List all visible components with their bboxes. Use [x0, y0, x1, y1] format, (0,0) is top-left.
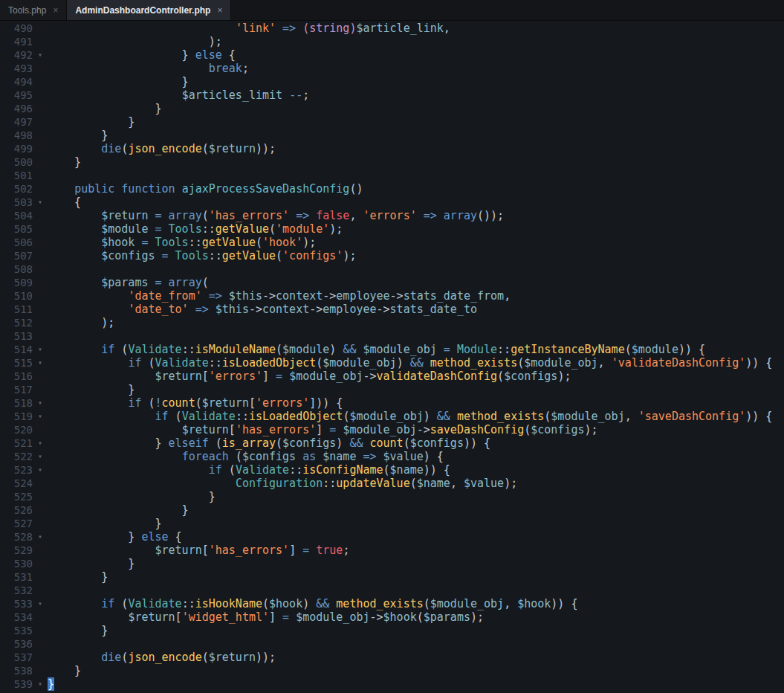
token-plain: ( — [524, 423, 531, 436]
code-line[interactable]: ); — [48, 35, 784, 48]
code-line[interactable]: 'date_to' => $this->context->employee->s… — [48, 303, 784, 316]
line-number: 505 — [0, 222, 33, 236]
code-line[interactable]: ); — [48, 316, 784, 329]
code-line[interactable]: } — [48, 570, 784, 584]
code-line[interactable] — [48, 584, 784, 597]
fold-arrow-icon[interactable]: ▾ — [33, 196, 48, 209]
line-number: 531 — [0, 570, 33, 584]
fold-arrow-icon[interactable]: ▾ — [33, 343, 48, 356]
code-line[interactable] — [48, 637, 784, 651]
fold-arrow-icon[interactable]: ▾ — [33, 463, 48, 477]
token-variable: $hook — [517, 597, 551, 610]
code-line[interactable]: } — [48, 624, 784, 637]
code-line[interactable]: $hook = Tools::getValue('hook'); — [48, 236, 784, 249]
code-line[interactable]: $articles_limit --; — [48, 88, 784, 102]
editor-line: 521▾ } elseif (is_array($configs) && cou… — [0, 436, 784, 450]
code-line[interactable]: if (Validate::isLoadedObject($module_obj… — [48, 410, 784, 423]
code-line[interactable]: if (Validate::isHookName($hook) && metho… — [48, 597, 784, 610]
token-plain — [48, 88, 182, 102]
code-line[interactable]: $return['has_errors'] = $module_obj->sav… — [48, 423, 784, 436]
code-line[interactable]: $return['widget_html'] = $module_obj->$h… — [48, 610, 784, 624]
token-plain: ( — [383, 463, 390, 477]
token-variable: $return — [209, 142, 256, 155]
line-number: 535 — [0, 624, 33, 637]
code-line[interactable]: } — [48, 664, 784, 677]
editor-line: 502 public function ajaxProcessSaveDashC… — [0, 182, 784, 196]
code-line[interactable]: break; — [48, 62, 784, 75]
token-variable: stats_date_to — [390, 303, 477, 316]
code-line[interactable] — [48, 329, 784, 343]
code-line[interactable]: Configuration::updateValue($name, $value… — [48, 477, 784, 490]
gutter: 498 — [0, 129, 48, 142]
code-line[interactable]: $params = array( — [48, 276, 784, 289]
code-line[interactable]: } — [48, 155, 784, 169]
token-class: Validate — [128, 343, 181, 356]
editor-line: 523▾ if (Validate::isConfigName($name)) … — [0, 463, 784, 477]
tab-admin-dashboard-controller-php[interactable]: AdminDashboardController.php × — [67, 0, 231, 20]
code-line[interactable]: } — [48, 115, 784, 129]
code-line[interactable]: } — [48, 503, 784, 517]
code-line[interactable]: $configs = Tools::getValue('configs'); — [48, 249, 784, 262]
token-variable: $this — [229, 289, 262, 303]
fold-arrow-icon[interactable]: ▾ — [33, 597, 48, 610]
code-line[interactable]: if (Validate::isConfigName($name)) { — [48, 463, 784, 477]
code-line[interactable]: 'link' => (string)$article_link, — [48, 22, 784, 35]
code-line[interactable]: if (Validate::isLoadedObject($module_obj… — [48, 356, 784, 370]
token-plain: ( — [517, 356, 524, 370]
fold-arrow-icon[interactable]: ▾ — [33, 450, 48, 463]
fold-spacer — [33, 88, 48, 102]
code-line[interactable]: $return['has_errors'] = true; — [48, 544, 784, 557]
line-number: 491 — [0, 35, 33, 48]
code-line[interactable]: } else { — [48, 530, 784, 544]
code-line[interactable]: $module = Tools::getValue('module'); — [48, 222, 784, 236]
token-plain: ( — [262, 597, 269, 610]
token-string: 'errors' — [256, 396, 309, 410]
editor-line: 517 } — [0, 383, 784, 396]
code-line[interactable]: die(json_encode($return)); — [48, 651, 784, 664]
token-function: isLoadedObject — [249, 410, 343, 423]
code-line[interactable]: } — [48, 102, 784, 115]
code-line[interactable]: } else { — [48, 48, 784, 62]
tab-tools-php[interactable]: Tools.php × — [0, 0, 67, 20]
fold-arrow-icon[interactable]: ▾ — [33, 530, 48, 544]
fold-arrow-icon[interactable]: ▾ — [33, 410, 48, 423]
code-line[interactable]: foreach ($configs as $name => $value) { — [48, 450, 784, 463]
line-number: 538 — [0, 664, 33, 677]
token-string: 'has_errors' — [209, 209, 289, 222]
tab-close-icon[interactable]: × — [53, 5, 58, 16]
token-keyword: function — [121, 182, 175, 196]
code-line[interactable]: } — [48, 677, 784, 691]
token-plain: } — [48, 570, 108, 584]
token-plain — [148, 276, 155, 289]
token-plain: , — [504, 289, 511, 303]
code-line[interactable]: 'date_from' => $this->context->employee-… — [48, 289, 784, 303]
code-line[interactable]: } — [48, 557, 784, 570]
code-line[interactable]: public function ajaxProcessSaveDashConfi… — [48, 182, 784, 196]
code-line[interactable] — [48, 262, 784, 276]
token-plain: ); — [343, 249, 356, 262]
code-line[interactable]: } — [48, 129, 784, 142]
code-line[interactable]: if (Validate::isModuleName($module) && $… — [48, 343, 784, 356]
line-number: 539 — [0, 677, 33, 691]
token-variable: $return — [202, 396, 249, 410]
token-variable: $module — [632, 343, 678, 356]
code-line[interactable]: } — [48, 490, 784, 503]
fold-arrow-icon[interactable]: ▾ — [33, 677, 48, 691]
fold-arrow-icon[interactable]: ▾ — [33, 48, 48, 62]
code-line[interactable]: } elseif (is_array($configs) && count($c… — [48, 436, 784, 450]
code-line[interactable]: } — [48, 517, 784, 530]
code-line[interactable]: $return['errors'] = $module_obj->validat… — [48, 370, 784, 383]
line-number: 525 — [0, 490, 33, 503]
fold-arrow-icon[interactable]: ▾ — [33, 396, 48, 410]
code-line[interactable]: die(json_encode($return)); — [48, 142, 784, 155]
tab-close-icon[interactable]: × — [217, 5, 222, 16]
code-line[interactable]: { — [48, 196, 784, 209]
code-line[interactable]: if (!count($return['errors'])) { — [48, 396, 784, 410]
fold-spacer — [33, 262, 48, 276]
code-line[interactable]: $return = array('has_errors' => false, '… — [48, 209, 784, 222]
code-line[interactable] — [48, 169, 784, 182]
code-line[interactable]: } — [48, 75, 784, 88]
code-line[interactable]: } — [48, 383, 784, 396]
fold-arrow-icon[interactable]: ▾ — [33, 356, 48, 370]
fold-arrow-icon[interactable]: ▾ — [33, 436, 48, 450]
